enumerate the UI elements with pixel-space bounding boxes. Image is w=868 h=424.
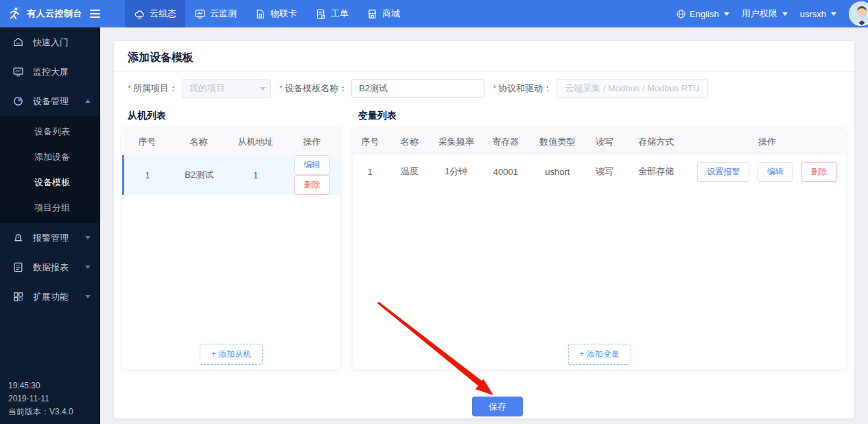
protocol-label: *协议和驱动：	[493, 82, 552, 95]
sidebar-item-big-screen[interactable]: 监控大屏	[0, 57, 100, 86]
avatar[interactable]	[849, 1, 868, 26]
store-icon	[366, 8, 378, 20]
tab-label: 物联卡	[270, 8, 297, 20]
sidebar-item-label: 设备管理	[33, 95, 76, 108]
cell-name: B2测试	[171, 155, 227, 195]
alarm-bell-icon	[12, 232, 24, 244]
column-header-name: 名称	[387, 129, 432, 155]
save-button[interactable]: 保存	[472, 397, 523, 416]
slave-table-row[interactable]: 1 B2测试 1 编辑 删除	[124, 155, 341, 195]
sidebar-item-label: 监控大屏	[33, 66, 100, 78]
sim-card-icon	[255, 8, 266, 20]
add-slave-button[interactable]: + 添加从机	[200, 344, 263, 365]
slave-table: 序号 名称 从机地址 操作 1 B2测试 1	[122, 129, 340, 195]
globe-icon	[676, 9, 686, 19]
cell-name: 温度	[387, 155, 432, 188]
sidebar-item-add-device[interactable]: 添加设备	[0, 144, 100, 169]
permission-menu[interactable]: 用户权限	[742, 8, 788, 20]
home-icon	[12, 36, 24, 48]
add-variable-button[interactable]: + 添加变量	[567, 344, 631, 365]
sidebar-item-label: 报警管理	[33, 232, 76, 244]
chevron-down-icon	[85, 266, 91, 269]
device-management-submenu: 设备列表 添加设备 设备模板 项目分组	[0, 116, 100, 223]
cell-register: 40001	[481, 155, 530, 188]
set-alarm-button[interactable]: 设置报警	[697, 162, 749, 182]
slave-list-title: 从机列表	[128, 110, 340, 122]
topbar: 有人云控制台 云组态 云监测	[0, 0, 868, 27]
tab-cloud-scada[interactable]: 云组态	[125, 0, 185, 27]
chevron-down-icon	[260, 87, 266, 91]
cell-seq: 1	[353, 155, 387, 188]
sidebar-item-quick-start[interactable]: 快速入门	[0, 27, 100, 57]
sidebar-item-project-group[interactable]: 项目分组	[0, 195, 100, 220]
chevron-down-icon	[831, 12, 836, 16]
menu-toggle-icon[interactable]	[90, 10, 100, 18]
user-menu[interactable]: usrsxh	[800, 9, 836, 19]
chevron-down-icon	[85, 236, 91, 239]
template-form: *所属项目： *设备模板名称： *协议和驱动： 云端采集 / Modbus / …	[114, 72, 854, 104]
column-header-datatype: 数值类型	[530, 129, 585, 155]
language-menu[interactable]: English	[676, 9, 729, 19]
add-template-card: 添加设备模板 *所属项目： *设备模板名称： *协议和驱动： 云端采集 / Mo…	[114, 41, 854, 419]
variable-list-panel: 序号 名称 采集频率 寄存器 数值类型 读写 存储方式 操作	[353, 129, 846, 369]
edit-slave-button[interactable]: 编辑	[294, 155, 330, 175]
tab-label: 工单	[331, 8, 349, 20]
grid-apps-icon	[12, 291, 24, 303]
project-select[interactable]	[182, 79, 271, 98]
topbar-right: English 用户权限 usrsxh	[676, 1, 868, 26]
project-select-value[interactable]	[182, 79, 271, 98]
column-header-frequency: 采集频率	[432, 129, 481, 155]
monitor-chart-icon	[194, 8, 206, 20]
cloud-icon	[134, 8, 145, 20]
cell-seq: 1	[124, 155, 172, 195]
sidebar-item-label: 快速入门	[33, 36, 100, 49]
required-asterisk: *	[493, 83, 496, 93]
language-label: English	[690, 9, 719, 19]
sidebar-item-device-list[interactable]: 设备列表	[0, 119, 100, 144]
variable-column: 变量列表 序号 名称 采集频率 寄存器	[353, 104, 846, 369]
column-header-seq: 序号	[124, 129, 172, 155]
variable-list-title: 变量列表	[358, 110, 846, 122]
sidebar-item-extensions[interactable]: 扩展功能	[0, 282, 100, 311]
variable-table-row[interactable]: 1 温度 1分钟 40001 ushort 读写 全部存储 设置报警 编辑	[353, 155, 846, 188]
slave-table-header: 序号 名称 从机地址 操作	[124, 129, 341, 155]
usr-person-logo-icon	[7, 6, 22, 21]
required-asterisk: *	[279, 83, 283, 93]
sidebar-item-data-report[interactable]: 数据报表	[0, 252, 100, 282]
edit-variable-button[interactable]: 编辑	[758, 162, 793, 182]
variable-table: 序号 名称 采集频率 寄存器 数值类型 读写 存储方式 操作	[353, 129, 846, 188]
column-header-actions: 操作	[284, 129, 340, 155]
delete-slave-button[interactable]: 删除	[294, 175, 330, 195]
tab-mall[interactable]: 商城	[357, 0, 409, 27]
tab-iot-card[interactable]: 物联卡	[246, 0, 306, 27]
list-columns: 从机列表 序号 名称 从机地址 操作	[114, 104, 854, 369]
cell-frequency: 1分钟	[432, 155, 481, 188]
slave-list-panel: 序号 名称 从机地址 操作 1 B2测试 1	[122, 129, 340, 369]
sidebar-footer: 19:45:30 2019-11-11 当前版本：V3.4.0	[8, 379, 73, 419]
username-label: usrsxh	[800, 9, 826, 19]
cell-storage: 全部存储	[624, 155, 688, 188]
cell-address: 1	[227, 155, 283, 195]
chevron-down-icon	[85, 295, 91, 298]
protocol-value: 云端采集 / Modbus / Modbus RTU	[556, 79, 708, 98]
tab-cloud-monitor[interactable]: 云监测	[185, 0, 246, 27]
column-header-readwrite: 读写	[585, 129, 624, 155]
tab-label: 商城	[382, 8, 400, 20]
current-date: 2019-11-11	[8, 392, 73, 405]
cell-datatype: ushort	[530, 155, 585, 188]
sidebar: 快速入门 监控大屏 设备管理 设备列表 添加设备 设备模板 项目分组	[0, 27, 100, 424]
sidebar-item-device-template[interactable]: 设备模板	[0, 169, 100, 195]
template-name-input[interactable]	[351, 79, 484, 98]
sidebar-item-device-management[interactable]: 设备管理	[0, 86, 100, 116]
tab-work-order[interactable]: 工单	[306, 0, 357, 27]
delete-variable-button[interactable]: 删除	[801, 162, 837, 182]
version-label: 当前版本：V3.4.0	[8, 405, 73, 419]
work-order-icon	[315, 8, 327, 20]
sidebar-item-alarm-management[interactable]: 报警管理	[0, 223, 100, 252]
tab-label: 云组态	[150, 8, 176, 20]
column-header-storage: 存储方式	[624, 129, 688, 155]
current-time: 19:45:30	[8, 379, 73, 392]
report-icon	[12, 261, 24, 273]
chevron-down-icon	[724, 12, 729, 16]
logo[interactable]: 有人云控制台	[0, 6, 100, 21]
